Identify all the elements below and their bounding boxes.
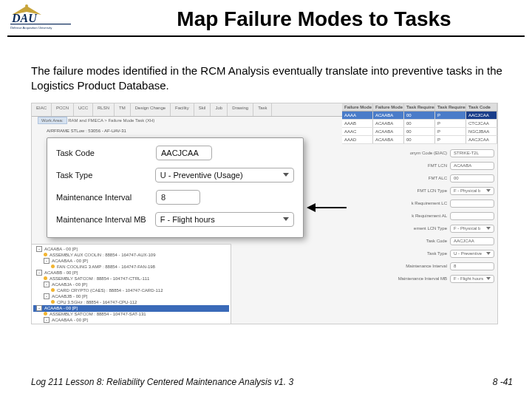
tree-item[interactable]: -ACAABAA - 00 [P] xyxy=(33,258,229,265)
component-icon xyxy=(44,312,47,316)
expand-icon[interactable]: - xyxy=(44,293,50,299)
expand-icon[interactable]: - xyxy=(36,305,42,311)
bg-tab[interactable]: UCC xyxy=(74,103,93,116)
task-type-label: Task Type xyxy=(56,171,155,180)
breadcrumb-value: RAM and FMECA > Failure Mode Task (XH) xyxy=(68,118,154,123)
interval-field[interactable]: 8 xyxy=(156,190,200,205)
tree-item[interactable]: CARD CRYPTO (CAES) : 88854 - 104747-CARD… xyxy=(33,288,229,293)
tree-item[interactable]: FAN COOLING 3 AMP : 88854 - 164747-FAN-1… xyxy=(33,265,229,270)
component-icon xyxy=(51,300,55,304)
interval-mb-label: Maintenance Interval MB xyxy=(56,215,155,224)
table-header: Failure Mode Ind... xyxy=(373,103,404,111)
bg-tab[interactable]: Skil xyxy=(194,103,211,116)
rpanel-field[interactable]: 00 xyxy=(450,174,494,183)
bg-tab[interactable]: Job xyxy=(211,103,228,116)
bg-tab[interactable]: Drawing xyxy=(228,103,253,116)
tree-item[interactable]: -ACAABB - 00 [P] xyxy=(33,270,229,276)
task-code-field[interactable]: AACJCAA xyxy=(156,146,212,160)
bg-tab[interactable]: Task xyxy=(253,103,272,116)
table-row[interactable]: AAAAACAABA00PAACJCAA xyxy=(342,112,497,120)
rpanel-field[interactable]: AACJCAA xyxy=(450,237,494,245)
component-icon xyxy=(51,265,55,268)
svg-text:DAU: DAU xyxy=(11,12,38,24)
tree-item[interactable]: -ACAABJA - 00 [P] xyxy=(33,282,229,288)
rpanel-row: ement LCN TypeF - Physical b xyxy=(347,225,494,233)
interval-label: Maintenance Interval xyxy=(56,193,156,202)
chevron-down-icon xyxy=(486,277,491,280)
svg-text:Defense Acquisition University: Defense Acquisition University xyxy=(10,26,52,30)
rpanel-row: k Requirement LC xyxy=(347,200,494,208)
tree-item[interactable]: CPU 3.5GHz : 88854 - 164747-CPU-112 xyxy=(33,300,229,305)
rpanel-field[interactable]: F - Physical b xyxy=(450,225,494,233)
chevron-down-icon xyxy=(283,217,289,221)
airframe-label: AIRFRAME STLow : 53056 - AF-UAV-31 xyxy=(47,129,126,133)
bg-tab[interactable]: RLSN xyxy=(93,103,115,116)
interval-mb-select[interactable]: F - Flight hours xyxy=(155,212,294,227)
rpanel-field[interactable]: ACAABA xyxy=(450,162,494,170)
table-header: Task Requireme... xyxy=(435,103,466,111)
tree-item[interactable]: ASSEMBLY SATCOM : 88854 - 104747-SAT-131 xyxy=(33,312,229,317)
chevron-down-icon xyxy=(486,252,491,255)
table-header: Task Requireme... xyxy=(404,103,435,111)
expand-icon[interactable]: - xyxy=(44,317,50,323)
failure-mode-table: Failure Mode Ind...Failure Mode Ind...Ta… xyxy=(342,103,497,144)
rpanel-field[interactable]: F - Physical b xyxy=(450,187,494,195)
task-code-label: Task Code xyxy=(56,149,156,157)
table-header: Failure Mode Ind... xyxy=(342,103,373,111)
rpanel-field[interactable] xyxy=(450,200,494,208)
svg-point-0 xyxy=(25,4,28,7)
footer-right: 8 -41 xyxy=(493,377,513,387)
expand-icon[interactable]: - xyxy=(36,270,42,276)
rpanel-field[interactable]: U - Preventive xyxy=(450,250,494,258)
rpanel-field[interactable]: STRIKE-T2L xyxy=(450,149,494,157)
table-row[interactable]: AAABACAABA00PCTCJCAA xyxy=(342,120,497,128)
tree-item[interactable]: ASSEMBLY SATCOM : 88854 - 104747-CTRL-11… xyxy=(33,276,229,282)
chevron-down-icon xyxy=(486,189,491,192)
expand-icon[interactable]: - xyxy=(36,246,42,252)
screenshot-area: EIACPCCNUCCRLSNTMDesign ChangeFacilitySk… xyxy=(31,103,498,324)
breadcrumb: Work Area: RAM and FMECA > Failure Mode … xyxy=(38,118,154,123)
right-panel: onym Code (EIAC)STRIKE-T2LFMT LCNACAABAF… xyxy=(347,149,494,287)
dau-logo: DAU Defense Acquisition University xyxy=(7,4,74,33)
component-icon xyxy=(51,288,55,292)
svg-marker-5 xyxy=(307,203,316,212)
bg-tab[interactable]: Facility xyxy=(171,103,194,116)
tree-item[interactable]: ASSEMBLY AUX COOLIN : 88854 - 164747-AUX… xyxy=(33,253,229,258)
bg-tab[interactable]: PCCN xyxy=(52,103,74,116)
bg-tab[interactable]: Design Change xyxy=(131,103,171,116)
product-tree: -ACAABA - 00 [P]ASSEMBLY AUX COOLIN : 88… xyxy=(32,244,231,324)
tree-item[interactable]: -ACAABJB - 00 [P] xyxy=(33,293,229,300)
rpanel-row: Task CodeAACJCAA xyxy=(347,237,494,245)
tree-item[interactable]: -ACAABA - 00 [P] xyxy=(33,305,229,312)
breadcrumb-label: Work Area: xyxy=(38,117,67,124)
rpanel-row: FMT LCNACAABA xyxy=(347,162,494,170)
rpanel-row: onym Code (EIAC)STRIKE-T2L xyxy=(347,149,494,157)
bg-tab[interactable]: TM xyxy=(115,103,131,116)
table-row[interactable]: AAACACAABA00PNGCJBAA xyxy=(342,128,497,136)
table-row[interactable]: AAADACAABA00PAACJCAA xyxy=(342,136,497,144)
rpanel-field[interactable]: 8 xyxy=(450,262,494,270)
intro-text: The failure modes identified in the RCM … xyxy=(31,64,510,94)
left-arrow-icon xyxy=(307,201,347,214)
rpanel-row: Task TypeU - Preventive xyxy=(347,250,494,258)
chevron-down-icon xyxy=(283,173,289,177)
expand-icon[interactable]: - xyxy=(44,282,50,287)
tree-item[interactable]: -ACAABA - 00 [P] xyxy=(33,246,229,253)
rpanel-field[interactable]: F - Flight hours xyxy=(450,275,494,283)
table-header: Task Code xyxy=(466,103,497,111)
component-icon xyxy=(44,253,47,256)
rpanel-row: Maintenance Interval8 xyxy=(347,262,494,270)
rpanel-field[interactable] xyxy=(450,212,494,220)
rpanel-row: FMT ALC00 xyxy=(347,174,494,183)
task-dialog: Task Code AACJCAA Task Type U - Preventi… xyxy=(47,137,304,238)
task-type-select[interactable]: U - Preventive (Usage) xyxy=(155,168,294,183)
expand-icon[interactable]: - xyxy=(44,258,50,264)
bg-tab[interactable]: EIAC xyxy=(32,103,52,116)
component-icon xyxy=(44,276,47,280)
tree-item[interactable]: -ACAABAA - 00 [P] xyxy=(33,317,229,324)
slide-title: Map Failure Modes to Tasks xyxy=(74,4,525,31)
title-rule xyxy=(7,35,525,37)
rpanel-row: FMT LCN TypeF - Physical b xyxy=(347,187,494,195)
chevron-down-icon xyxy=(486,227,491,230)
rpanel-row: Maintenance Interval MBF - Flight hours xyxy=(347,275,494,283)
